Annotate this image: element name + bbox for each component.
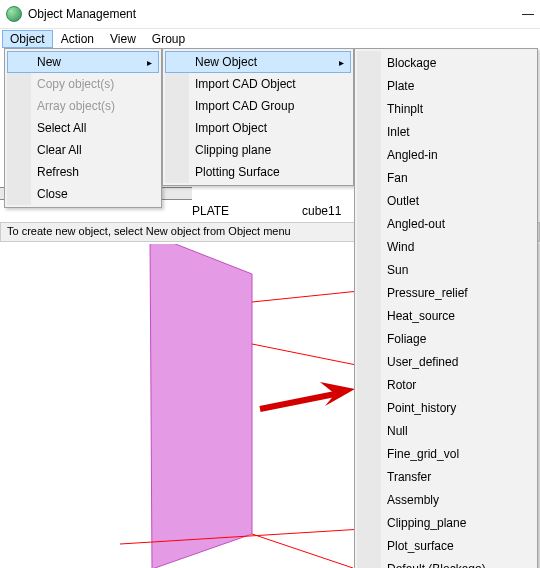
menu-item-copy-object-s: Copy object(s) <box>7 73 159 95</box>
menu-item-import-cad-object[interactable]: Import CAD Object <box>165 73 351 95</box>
menu-item-blockage[interactable]: Blockage <box>357 51 535 74</box>
menu-item-label: Import CAD Object <box>195 77 296 91</box>
menu-item-import-object[interactable]: Import Object <box>165 117 351 139</box>
menu-item-label: Fine_grid_vol <box>387 447 459 461</box>
menu-item-label: Plate <box>387 79 414 93</box>
menu-item-label: Heat_source <box>387 309 455 323</box>
menu-item-foliage[interactable]: Foliage <box>357 327 535 350</box>
menu-item-outlet[interactable]: Outlet <box>357 189 535 212</box>
menu-item-plate[interactable]: Plate <box>357 74 535 97</box>
menu-item-transfer[interactable]: Transfer <box>357 465 535 488</box>
minimize-button[interactable]: — <box>522 7 534 21</box>
menubar-item-group[interactable]: Group <box>144 30 193 48</box>
menu-item-label: Sun <box>387 263 408 277</box>
submenu-arrow-icon: ▸ <box>147 57 152 68</box>
menu-item-label: Rotor <box>387 378 416 392</box>
menu-item-label: Point_history <box>387 401 456 415</box>
menu-item-plotting-surface[interactable]: Plotting Surface <box>165 161 351 183</box>
menu-item-label: Outlet <box>387 194 419 208</box>
menubar-item-action[interactable]: Action <box>53 30 102 48</box>
menu-item-label: Foliage <box>387 332 426 346</box>
menu-item-angled-in[interactable]: Angled-in <box>357 143 535 166</box>
menu-item-label: Import Object <box>195 121 267 135</box>
menu-item-clipping-plane[interactable]: Clipping_plane <box>357 511 535 534</box>
menu-item-label: Inlet <box>387 125 410 139</box>
menu-item-label: Blockage <box>387 56 436 70</box>
menu-item-pressure-relief[interactable]: Pressure_relief <box>357 281 535 304</box>
menu-item-label: Select All <box>37 121 86 135</box>
menubar: Object Action View Group <box>0 28 540 48</box>
svg-line-0 <box>260 394 335 409</box>
menu-item-label: Refresh <box>37 165 79 179</box>
menu-item-inlet[interactable]: Inlet <box>357 120 535 143</box>
wireframe-edge <box>252 534 353 568</box>
menu-item-import-cad-group[interactable]: Import CAD Group <box>165 95 351 117</box>
menu-item-label: Angled-in <box>387 148 438 162</box>
menu-item-clear-all[interactable]: Clear All <box>7 139 159 161</box>
direction-arrow <box>260 382 355 409</box>
menu-item-clipping-plane[interactable]: Clipping plane <box>165 139 351 161</box>
row-name: cube11 <box>302 204 341 218</box>
menu-item-close[interactable]: Close <box>7 183 159 205</box>
menu-item-label: Plotting Surface <box>195 165 280 179</box>
titlebar: Object Management — <box>0 0 540 28</box>
window-title: Object Management <box>28 7 522 21</box>
menu-item-new-object[interactable]: New Object▸ <box>165 51 351 73</box>
app-icon <box>6 6 22 22</box>
menu-item-plot-surface[interactable]: Plot_surface <box>357 534 535 557</box>
menu-item-label: New Object <box>195 55 257 69</box>
menu-item-fan[interactable]: Fan <box>357 166 535 189</box>
menu-item-refresh[interactable]: Refresh <box>7 161 159 183</box>
menu-item-label: Clipping_plane <box>387 516 466 530</box>
menu-item-point-history[interactable]: Point_history <box>357 396 535 419</box>
menu-item-label: Plot_surface <box>387 539 454 553</box>
menu-item-rotor[interactable]: Rotor <box>357 373 535 396</box>
menu-item-label: New <box>37 55 61 69</box>
menu-item-label: Close <box>37 187 68 201</box>
new-submenu: New Object▸Import CAD ObjectImport CAD G… <box>162 48 354 186</box>
menu-item-array-object-s: Array object(s) <box>7 95 159 117</box>
menu-item-label: Import CAD Group <box>195 99 294 113</box>
menu-item-label: User_defined <box>387 355 458 369</box>
menu-item-label: Wind <box>387 240 414 254</box>
menu-item-label: Pressure_relief <box>387 286 468 300</box>
menu-item-select-all[interactable]: Select All <box>7 117 159 139</box>
menu-item-label: Default (Blockage) <box>387 562 486 569</box>
menu-item-sun[interactable]: Sun <box>357 258 535 281</box>
menu-item-null[interactable]: Null <box>357 419 535 442</box>
object-list-row[interactable]: PLATE cube11 <box>192 202 341 220</box>
menu-item-wind[interactable]: Wind <box>357 235 535 258</box>
menu-item-label: Angled-out <box>387 217 445 231</box>
menu-item-label: Null <box>387 424 408 438</box>
menu-item-angled-out[interactable]: Angled-out <box>357 212 535 235</box>
menu-item-label: Clear All <box>37 143 82 157</box>
new-object-type-submenu: BlockagePlateThinpltInletAngled-inFanOut… <box>354 48 538 568</box>
submenu-arrow-icon: ▸ <box>339 57 344 68</box>
menu-item-assembly[interactable]: Assembly <box>357 488 535 511</box>
object-menu: New▸Copy object(s)Array object(s)Select … <box>4 48 162 208</box>
menubar-item-object[interactable]: Object <box>2 30 53 48</box>
menu-item-label: Fan <box>387 171 408 185</box>
object-face <box>150 244 252 568</box>
menu-item-label: Clipping plane <box>195 143 271 157</box>
menu-item-label: Array object(s) <box>37 99 115 113</box>
menubar-item-view[interactable]: View <box>102 30 144 48</box>
menu-item-new[interactable]: New▸ <box>7 51 159 73</box>
menu-item-fine-grid-vol[interactable]: Fine_grid_vol <box>357 442 535 465</box>
menu-item-label: Assembly <box>387 493 439 507</box>
menu-item-default-blockage[interactable]: Default (Blockage) <box>357 557 535 568</box>
menu-item-user-defined[interactable]: User_defined <box>357 350 535 373</box>
row-type: PLATE <box>192 204 302 218</box>
menu-item-thinplt[interactable]: Thinplt <box>357 97 535 120</box>
menu-item-label: Copy object(s) <box>37 77 114 91</box>
menu-item-heat-source[interactable]: Heat_source <box>357 304 535 327</box>
menu-item-label: Thinplt <box>387 102 423 116</box>
menu-item-label: Transfer <box>387 470 431 484</box>
